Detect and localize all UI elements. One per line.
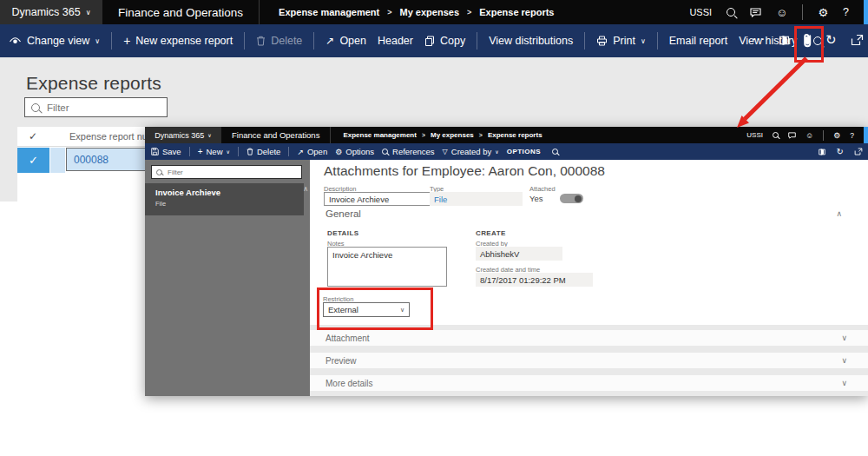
refresh-icon[interactable]: ↻ (825, 32, 837, 48)
new-expense-report-label: New expense report (135, 35, 233, 47)
eye-icon (9, 36, 22, 45)
attachments-list-sidebar: Invoice Archieve File ∧ (145, 160, 310, 396)
app-switcher[interactable]: Dynamics 365 ∨ (0, 0, 102, 24)
breadcrumb-page[interactable]: Expense reports (479, 7, 554, 17)
inner-breadcrumb-module[interactable]: Expense management (343, 131, 416, 139)
divider (238, 147, 239, 156)
expense-report-number-link[interactable]: 000088 (74, 154, 108, 166)
inner-breadcrumb-page[interactable]: Expense reports (488, 131, 542, 139)
divider (244, 32, 245, 50)
grid-filter-input[interactable] (45, 102, 161, 114)
search-icon[interactable] (727, 8, 735, 17)
view-distributions-button[interactable]: View distributions (489, 35, 573, 47)
attachment-list-item-selected[interactable]: Invoice Archieve File (145, 183, 304, 215)
inner-app-label: Dynamics 365 (155, 131, 204, 140)
product-name[interactable]: Finance and Operations (118, 6, 243, 19)
inner-product-name[interactable]: Finance and Operations (232, 130, 319, 140)
top-right-cluster: USSI ☺ ⚙ ? (689, 0, 863, 24)
attachment-detail-panel: Attachments for Employee: Aaron Con, 000… (310, 160, 868, 396)
window-heading: Attachments for Employee: Aaron Con, 000… (324, 163, 605, 179)
action-search-icon[interactable] (552, 149, 558, 155)
action-search-icon[interactable] (813, 36, 822, 45)
copy-button[interactable]: Copy (424, 35, 465, 47)
open-in-office-icon[interactable] (778, 34, 791, 47)
feedback-icon[interactable] (750, 8, 761, 17)
divider (657, 32, 658, 50)
print-button[interactable]: Print ∨ (596, 35, 646, 47)
row-selected-checkbox[interactable]: ✓ (17, 148, 49, 173)
details-group-header: DETAILS (327, 229, 358, 237)
account-badge-partial[interactable] (864, 0, 868, 24)
open-button[interactable]: ↗ Open (326, 35, 366, 47)
breadcrumb-section[interactable]: My expenses (400, 7, 459, 17)
inner-delete-button[interactable]: Delete (247, 147, 280, 156)
plus-icon: + (123, 34, 130, 48)
general-section-title[interactable]: General (326, 208, 361, 219)
sidebar-filter-box[interactable] (151, 165, 302, 179)
created-by-label: Created by (451, 147, 491, 156)
change-view-button[interactable]: Change view ∨ (9, 35, 100, 47)
section-preview[interactable]: Preview ∨ (310, 353, 868, 368)
options-button[interactable]: ⚙ Options (335, 147, 374, 156)
inner-breadcrumb-section[interactable]: My expenses (431, 131, 474, 139)
more-commands-icon[interactable]: ⋯ (752, 31, 766, 47)
section-attachment[interactable]: Attachment ∨ (310, 330, 868, 346)
save-button[interactable]: Save (151, 147, 181, 156)
new-expense-report-button[interactable]: + New expense report (123, 34, 233, 48)
breadcrumb-module[interactable]: Expense management (279, 7, 379, 17)
delete-label: Delete (271, 35, 302, 47)
scrollbar-up-icon[interactable]: ∧ (303, 185, 308, 193)
open-in-office-icon[interactable] (818, 148, 826, 156)
smiley-icon[interactable]: ☺ (776, 6, 787, 19)
help-icon[interactable]: ? (843, 6, 849, 18)
search-icon[interactable] (773, 132, 779, 138)
gear-icon: ⚙ (335, 148, 342, 156)
email-report-button[interactable]: Email report (669, 35, 727, 47)
grid-filter-box[interactable] (24, 97, 168, 117)
popout-icon[interactable] (851, 34, 864, 46)
collapse-icon[interactable]: ∧ (836, 209, 842, 218)
references-button[interactable]: References (382, 147, 435, 156)
attach-icon[interactable] (802, 32, 813, 49)
page-title: Expense reports (26, 73, 161, 94)
delete-button[interactable]: Delete (256, 35, 302, 47)
chevron-down-icon: ∨ (400, 307, 409, 314)
restriction-value: External (324, 305, 400, 314)
smiley-icon[interactable]: ☺ (806, 131, 813, 140)
created-by-filter-button[interactable]: ▽ Created by ∨ (443, 147, 499, 156)
company-selector[interactable]: USSI (689, 7, 712, 17)
inner-company-selector[interactable]: USSI (746, 131, 763, 139)
restriction-select[interactable]: External ∨ (323, 302, 410, 317)
outer-top-nav: Dynamics 365 ∨ Finance and Operations Ex… (0, 0, 868, 24)
divider (288, 147, 289, 156)
header-button[interactable]: Header (378, 35, 413, 47)
inner-open-button[interactable]: ↗ Open (297, 147, 327, 156)
header-label: Header (378, 35, 413, 47)
chevron-down-icon: ∨ (95, 37, 100, 45)
feedback-icon[interactable] (788, 132, 796, 139)
gear-icon[interactable]: ⚙ (818, 6, 828, 19)
check-icon: ✓ (29, 154, 38, 167)
tab-options[interactable]: OPTIONS (507, 148, 542, 155)
breadcrumb-separator: > (479, 132, 483, 138)
breadcrumb: Expense management > My expenses > Expen… (279, 7, 554, 17)
attached-value: Yes (529, 194, 543, 203)
sidebar-filter-input[interactable] (166, 168, 297, 177)
select-all-check-icon[interactable]: ✓ (29, 130, 37, 142)
refresh-icon[interactable]: ↻ (837, 147, 844, 156)
section-more-details[interactable]: More details ∨ (310, 375, 868, 391)
inner-top-right-cluster: USSI ☺ ⚙ ? (746, 127, 865, 143)
description-input[interactable] (324, 192, 437, 206)
search-icon (156, 169, 162, 175)
account-badge-partial[interactable] (864, 127, 868, 143)
delete-label: Delete (257, 147, 280, 156)
notes-textarea[interactable]: Invoice Archieve (327, 247, 447, 287)
popout-icon[interactable] (854, 148, 863, 155)
gear-icon[interactable]: ⚙ (833, 131, 840, 140)
inner-app-switcher[interactable]: Dynamics 365 ∨ (145, 127, 221, 143)
trash-icon (247, 148, 253, 155)
new-button[interactable]: + New ∨ (198, 147, 230, 156)
help-icon[interactable]: ? (850, 131, 854, 140)
attached-toggle[interactable] (560, 194, 583, 203)
attachment-item-title: Invoice Archieve (155, 188, 220, 197)
